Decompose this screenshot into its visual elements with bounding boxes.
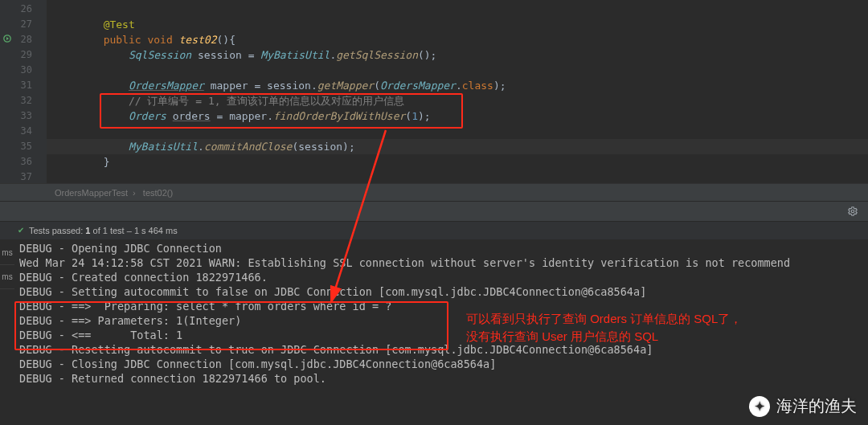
- line-number: 37: [0, 170, 47, 185]
- line-number: 26: [0, 2, 47, 17]
- svg-point-1: [851, 210, 854, 213]
- code-line[interactable]: public void test02(){: [47, 32, 868, 47]
- console-line: DEBUG - Setting autocommit to false on J…: [19, 284, 868, 299]
- line-number: 33: [0, 108, 47, 124]
- code-line[interactable]: [47, 170, 868, 185]
- annotation-text: 可以看到只执行了查询 Orders 订单信息的 SQL了， 没有执行查询 Use…: [466, 310, 742, 345]
- line-number: 31: [0, 78, 47, 93]
- side-tab-ms-1[interactable]: ms: [0, 241, 14, 265]
- code-line[interactable]: // 订单编号 = 1, 查询该订单的信息以及对应的用户信息: [47, 93, 868, 108]
- breadcrumb-class[interactable]: OrdersMapperTest: [50, 188, 133, 198]
- line-number: 35: [0, 139, 47, 154]
- console-line: DEBUG - Closing JDBC Connection [com.mys…: [19, 357, 868, 371]
- breadcrumb[interactable]: OrdersMapperTest› test02(): [0, 183, 868, 201]
- code-line[interactable]: Orders orders = mapper.findOrderByIdWith…: [47, 108, 868, 124]
- tool-window-header[interactable]: [0, 201, 868, 222]
- console-line: DEBUG - Returned connection 1822971466 t…: [19, 371, 868, 386]
- line-number: 29: [0, 47, 47, 63]
- console-line: DEBUG - Opening JDBC Connection: [19, 241, 868, 255]
- line-number: 32: [0, 93, 47, 108]
- code-line[interactable]: SqlSession session = MyBatisUtil.getSqlS…: [47, 47, 868, 63]
- wechat-icon: ✦: [749, 396, 770, 417]
- console-line: Wed Mar 24 14:12:58 CST 2021 WARN: Estab…: [19, 255, 868, 270]
- line-number: 34: [0, 124, 47, 139]
- editor-code-area[interactable]: @Test public void test02(){ SqlSession s…: [47, 0, 868, 183]
- code-line[interactable]: [47, 63, 868, 78]
- watermark: ✦ 海洋的渔夫: [749, 395, 857, 417]
- breadcrumb-method[interactable]: test02(): [138, 188, 178, 198]
- line-number: 27: [0, 17, 47, 32]
- test-status-bar: ✔ Tests passed: 1 of 1 test – 1 s 464 ms: [0, 222, 868, 239]
- code-line[interactable]: [47, 124, 868, 139]
- check-icon: ✔: [18, 222, 24, 239]
- code-line[interactable]: OrdersMapper mapper = session.getMapper(…: [47, 78, 868, 93]
- gear-icon[interactable]: [847, 206, 858, 219]
- line-number: 28: [0, 32, 47, 47]
- code-line[interactable]: @Test: [47, 17, 868, 32]
- code-line[interactable]: [47, 2, 868, 17]
- console-line: DEBUG - Created connection 1822971466.: [19, 270, 868, 284]
- tests-passed-label: Tests passed: 1 of 1 test – 1 s 464 ms: [29, 222, 178, 239]
- side-tabs[interactable]: ms ms: [0, 241, 14, 289]
- side-tab-ms-2[interactable]: ms: [0, 265, 14, 289]
- code-editor[interactable]: 262728293031323334353637 @Test public vo…: [0, 0, 868, 183]
- code-line[interactable]: }: [47, 154, 868, 170]
- editor-gutter: 262728293031323334353637: [0, 0, 47, 183]
- line-number: 30: [0, 63, 47, 78]
- run-test-icon[interactable]: [3, 35, 11, 43]
- line-number: 36: [0, 154, 47, 170]
